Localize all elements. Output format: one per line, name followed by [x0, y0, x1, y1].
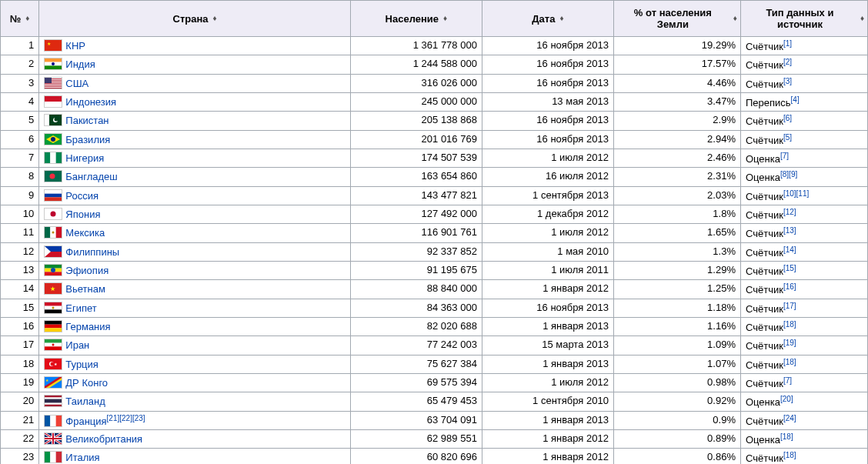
ref-link[interactable]: [12]: [783, 208, 796, 216]
country-link[interactable]: Турция: [65, 359, 98, 370]
ref-link[interactable]: [7]: [783, 376, 792, 385]
population-cell: 69 575 394: [350, 373, 482, 392]
date-cell: 16 ноября 2013: [482, 130, 613, 149]
sort-icon[interactable]: ♦: [213, 15, 217, 22]
table-row: 2Индия1 244 588 00016 ноября 201317.57%С…: [1, 55, 868, 74]
country-link[interactable]: Нигерия: [65, 152, 104, 164]
flag-icon: [44, 226, 62, 239]
population-cell: 163 654 860: [350, 168, 482, 186]
country-link[interactable]: Бангладеш: [65, 171, 117, 182]
source-text: Счётчик: [746, 322, 783, 333]
country-link[interactable]: США: [65, 78, 88, 89]
header-source[interactable]: Тип данных и источник♦: [740, 1, 867, 37]
svg-point-37: [52, 232, 55, 234]
ref-link[interactable]: [5]: [783, 133, 792, 142]
ref-link[interactable]: [18]: [783, 358, 796, 366]
country-link[interactable]: Германия: [65, 321, 110, 332]
ref-link[interactable]: [14]: [783, 245, 796, 254]
ref-link[interactable]: [2]: [783, 58, 792, 66]
ref-link[interactable]: [10]: [783, 189, 796, 198]
country-link[interactable]: Пакистан: [65, 115, 108, 126]
sort-icon[interactable]: ♦: [443, 15, 447, 22]
country-link[interactable]: Франция: [65, 416, 106, 427]
svg-rect-25: [51, 152, 56, 163]
ref-link[interactable]: [3]: [783, 77, 792, 85]
rank-cell: 2: [1, 55, 39, 74]
country-link[interactable]: Эфиопия: [65, 265, 108, 276]
ref-link[interactable]: [18]: [783, 320, 796, 329]
ref-link[interactable]: [18]: [783, 451, 796, 459]
header-population[interactable]: Население♦: [350, 1, 482, 37]
rank-cell: 23: [1, 449, 39, 464]
country-cell: Россия: [39, 186, 351, 205]
source-text: Счётчик: [746, 247, 783, 259]
flag-icon: [44, 302, 62, 314]
ref-link[interactable]: [19]: [783, 339, 796, 347]
country-link[interactable]: Филиппины: [65, 246, 119, 258]
sort-icon[interactable]: ♦: [733, 15, 737, 22]
source-cell: Счётчик[3]: [740, 74, 867, 92]
ref-link[interactable]: [20]: [780, 395, 793, 403]
header-country[interactable]: Страна♦: [39, 1, 351, 37]
country-cell: ★Вьетнам: [39, 280, 351, 299]
date-cell: 1 сентября 2013: [482, 186, 613, 205]
ref-link[interactable]: [9]: [789, 170, 797, 179]
country-link[interactable]: Италия: [65, 452, 99, 463]
rank-cell: 8: [1, 168, 39, 186]
ref-link[interactable]: [15]: [783, 264, 796, 272]
country-link[interactable]: Вьетнам: [65, 283, 105, 295]
rank-cell: 9: [1, 186, 39, 205]
population-cell: 84 363 000: [350, 299, 482, 317]
population-cell: 1 244 588 000: [350, 55, 482, 74]
country-link[interactable]: Япония: [65, 209, 100, 220]
svg-rect-31: [45, 197, 62, 201]
ref-link[interactable]: [11]: [796, 189, 810, 198]
table-row: 5Пакистан205 138 86816 ноября 20132.9%Сч…: [1, 112, 868, 130]
flag-icon: [44, 58, 62, 70]
ref-link[interactable]: [4]: [791, 95, 800, 104]
sort-icon[interactable]: ♦: [25, 15, 29, 22]
country-link[interactable]: ДР Конго: [65, 377, 108, 389]
country-link[interactable]: КНР: [65, 40, 85, 52]
country-link[interactable]: Иран: [65, 339, 89, 351]
ref-link[interactable]: [16]: [783, 282, 796, 291]
date-cell: 16 ноября 2013: [482, 112, 613, 130]
country-link[interactable]: Бразилия: [65, 134, 110, 145]
ref-link[interactable]: [1]: [783, 39, 792, 48]
country-link[interactable]: Великобритания: [65, 433, 142, 445]
header-date[interactable]: Дата♦: [482, 1, 613, 37]
country-cell: ★ДР Конго: [39, 373, 351, 392]
sort-icon[interactable]: ♦: [860, 15, 864, 22]
source-cell: Счётчик[6]: [740, 112, 867, 130]
country-link[interactable]: Мексика: [65, 227, 105, 239]
country-link[interactable]: Таиланд: [65, 396, 105, 407]
header-percent[interactable]: % от населения Земли♦: [613, 1, 740, 37]
country-ref-link[interactable]: [23]: [132, 414, 145, 422]
ref-link[interactable]: [17]: [783, 302, 796, 310]
ref-link[interactable]: [6]: [783, 114, 792, 122]
population-table: №♦ Страна♦ Население♦ Дата♦ % от населен…: [0, 0, 868, 464]
ref-link[interactable]: [13]: [783, 226, 796, 235]
source-cell: Счётчик[19]: [740, 336, 867, 355]
flag-icon: [44, 432, 62, 445]
country-ref-link[interactable]: [21]: [107, 414, 120, 422]
header-rank[interactable]: №♦: [1, 1, 39, 37]
rank-cell: 13: [1, 261, 39, 279]
svg-rect-54: [45, 339, 62, 343]
rank-cell: 7: [1, 149, 39, 167]
ref-link[interactable]: [24]: [783, 414, 796, 422]
country-link[interactable]: Индия: [65, 58, 95, 70]
flag-icon: [44, 339, 62, 351]
country-link[interactable]: Россия: [65, 190, 98, 202]
country-link[interactable]: Египет: [65, 302, 96, 314]
population-cell: 65 479 453: [350, 392, 482, 411]
source-cell: Перепись[4]: [740, 92, 867, 111]
ref-link[interactable]: [8]: [780, 170, 789, 179]
country-link[interactable]: Индонезия: [65, 96, 116, 108]
svg-rect-18: [45, 115, 49, 125]
country-ref-link[interactable]: [22]: [119, 414, 132, 422]
ref-link[interactable]: [7]: [780, 152, 789, 160]
ref-link[interactable]: [18]: [780, 432, 793, 441]
header-rank-label: №: [10, 13, 22, 25]
sort-icon[interactable]: ♦: [559, 15, 563, 22]
